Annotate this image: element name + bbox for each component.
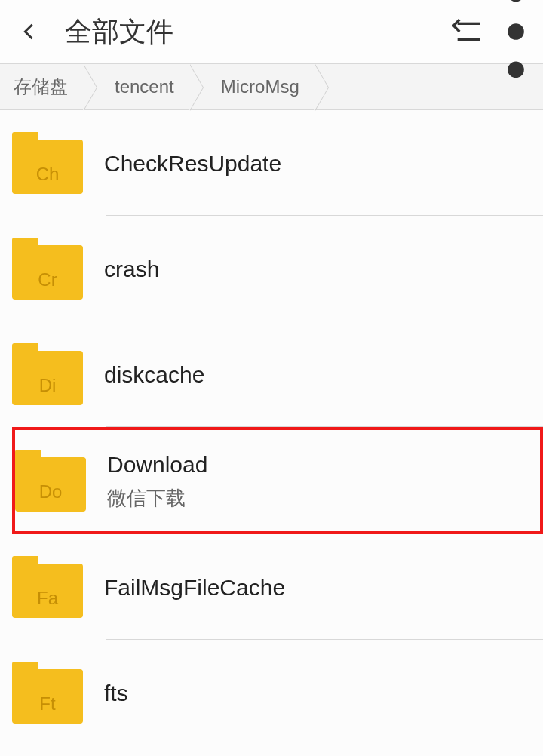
breadcrumb-item-micromsg[interactable]: MicroMsg <box>203 64 328 109</box>
breadcrumb-item-tencent[interactable]: tencent <box>97 64 203 109</box>
folder-icon: Cr <box>12 238 83 300</box>
divider <box>106 745 543 745</box>
header: 全部文件 <box>0 0 543 63</box>
folder-item[interactable]: DoDownload微信下载 <box>15 430 540 531</box>
folder-icon: Di <box>12 343 83 405</box>
back-icon <box>18 21 39 42</box>
more-button[interactable] <box>502 14 529 50</box>
page-title: 全部文件 <box>65 14 449 51</box>
folder-subtitle: 微信下载 <box>107 485 540 512</box>
sort-icon <box>449 14 486 50</box>
folder-info: Download微信下载 <box>107 450 540 512</box>
folder-icon: Do <box>15 450 86 512</box>
folder-abbr: Di <box>12 375 83 396</box>
folder-info: diskcache <box>104 360 543 389</box>
folder-item[interactable]: Ftfts <box>12 640 543 745</box>
folder-item[interactable]: FaFailMsgFileCache <box>12 534 543 640</box>
svg-point-3 <box>508 23 524 40</box>
folder-abbr: Do <box>15 481 86 502</box>
breadcrumb: 存储盘 tencent MicroMsg <box>0 63 543 110</box>
folder-abbr: Ch <box>12 164 83 185</box>
folder-name: FailMsgFileCache <box>104 573 543 602</box>
sort-button[interactable] <box>449 14 486 50</box>
folder-info: FailMsgFileCache <box>104 573 543 602</box>
folder-name: diskcache <box>104 360 543 389</box>
folder-icon: Ft <box>12 662 83 724</box>
breadcrumb-label: 存储盘 <box>14 75 68 99</box>
folder-info: fts <box>104 678 543 708</box>
back-button[interactable] <box>14 17 44 47</box>
folder-name: Download <box>107 450 540 479</box>
breadcrumb-label: tencent <box>115 76 174 97</box>
folder-abbr: Cr <box>12 269 83 290</box>
folder-info: CheckResUpdate <box>104 149 543 178</box>
more-icon <box>502 0 529 86</box>
file-list: ChCheckResUpdateCrcrashDidiskcacheDoDown… <box>0 110 543 745</box>
svg-point-4 <box>508 62 524 78</box>
divider <box>106 426 543 427</box>
folder-info: crash <box>104 254 543 284</box>
folder-name: fts <box>104 678 543 708</box>
breadcrumb-item-storage[interactable]: 存储盘 <box>0 64 97 109</box>
folder-name: CheckResUpdate <box>104 149 543 178</box>
folder-abbr: Ft <box>12 693 83 715</box>
folder-item[interactable]: Didiskcache <box>12 321 543 427</box>
svg-point-2 <box>508 0 524 2</box>
highlight-box: DoDownload微信下载 <box>12 427 543 534</box>
folder-item[interactable]: Crcrash <box>12 216 543 321</box>
folder-item[interactable]: ChCheckResUpdate <box>12 110 543 216</box>
folder-name: crash <box>104 254 543 284</box>
breadcrumb-label: MicroMsg <box>221 76 299 97</box>
folder-abbr: Fa <box>12 588 83 609</box>
folder-icon: Fa <box>12 556 83 618</box>
folder-icon: Ch <box>12 132 83 194</box>
